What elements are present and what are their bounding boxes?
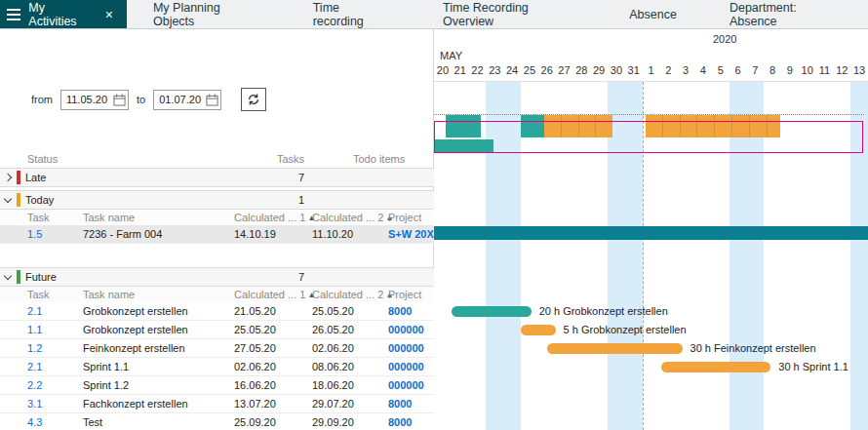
project-link[interactable]: 8000 [388,302,412,321]
gantt-task-bar-1[interactable] [521,325,556,335]
gantt-body[interactable]: 20 h Grobkonzept erstellen5 h Grobkonzep… [434,82,868,430]
refresh-button[interactable] [241,88,266,111]
group-task-count: 7 [234,169,304,186]
tab-absence[interactable]: Absence [603,0,703,28]
project-link[interactable]: 8000 [388,413,412,430]
column-header-calculated-1[interactable]: Calculated ... 1▲ [234,287,315,303]
gantt-bar-7236-farm-004[interactable] [434,226,868,240]
calculated-date-2: 08.06.20 [312,358,354,376]
task-name: Grobkonzept erstellen [83,321,188,339]
column-header-row: TaskTask nameCalculated ... 1▲Calculated… [0,210,434,225]
day-label: 12 [833,64,850,76]
day-label: 23 [486,64,503,76]
tab-department-absence[interactable]: Department: Absence [703,0,868,28]
gantt-task-bar-2[interactable] [547,343,683,354]
to-label: to [137,94,145,105]
project-link[interactable]: 8000 [388,395,412,413]
task-name: Feinkonzept erstellen [83,339,185,358]
day-label: 29 [590,64,608,76]
group-name: Today [25,191,54,209]
gantt-month-label: MAY [440,50,462,61]
task-list-panel: from to [0,29,434,430]
task-table: Late7Today1TaskTask nameCalculated ... 1… [0,168,434,430]
day-label: 24 [503,64,521,76]
table-row[interactable]: 1.1Grobkonzept erstellen25.05.2026.05.20… [0,321,434,339]
tab-time-recording-overview[interactable]: Time Recording Overview [416,0,603,28]
calculated-date-1: 21.05.20 [234,302,276,321]
task-name: Grobkonzept erstellen [83,302,188,321]
gantt-task-bar-3[interactable] [661,362,770,372]
gantt-chart: 2020 MAY 2021222324252627282930311234567… [434,29,868,430]
table-row[interactable]: 2.1Sprint 1.102.06.2008.06.20000000 [0,358,434,376]
table-header-row: Status Tasks Todo items [0,151,434,168]
task-id-link[interactable]: 2.1 [27,302,42,321]
tab-my-activities[interactable]: My Activities × [26,0,127,28]
project-link[interactable]: 000000 [388,321,424,339]
column-header-task[interactable]: Task [27,287,50,302]
group-task-count: 7 [234,268,304,286]
table-row[interactable]: 2.1Grobkonzept erstellen21.05.2025.05.20… [0,302,434,321]
day-label: 13 [850,64,868,76]
table-row[interactable]: 1.2Feinkonzept erstellen27.05.2002.06.20… [0,339,434,358]
hamburger-menu-button[interactable] [0,0,26,28]
from-label: from [31,94,53,105]
calculated-date-2: 11.10.20 [312,225,353,244]
task-id-link[interactable]: 2.1 [27,358,42,376]
task-id-link[interactable]: 1.1 [27,321,42,339]
gantt-bar-label: 30 h Sprint 1.1 [778,362,848,372]
project-link[interactable]: 000000 [388,339,424,358]
collapse-icon[interactable] [4,195,12,203]
gantt-task-bar-0[interactable] [452,306,532,317]
column-header-project[interactable]: Project [388,287,421,302]
inactive-tabs: My Planning ObjectsTime recordingTime Re… [127,0,868,28]
gantt-timeline-header: 2020 MAY 2021222324252627282930311234567… [434,29,868,82]
from-date-input[interactable] [60,90,129,110]
tab-time-recording[interactable]: Time recording [287,0,416,28]
to-date-input[interactable] [153,90,221,110]
day-label: 7 [746,64,764,76]
tab-bar: My Activities × My Planning ObjectsTime … [0,0,868,29]
task-id-link[interactable]: 1.2 [27,339,42,358]
task-id-link[interactable]: 1.5 [27,225,42,244]
day-label: 5 [712,64,730,76]
gantt-day-row: 2021222324252627282930311234567891011121… [434,64,868,80]
table-row[interactable]: 3.1Fachkonzept erstellen13.07.2029.07.20… [0,395,434,413]
group-name: Late [25,169,46,186]
gantt-year-label: 2020 [713,33,736,45]
table-row[interactable]: 4.3Test25.09.2029.09.208000 [0,413,434,430]
table-row[interactable]: 2.2Sprint 1.216.06.2018.06.20000000 [0,376,434,395]
project-link[interactable]: 000000 [388,376,424,395]
group-task-count: 1 [234,191,304,209]
to-date-field[interactable] [153,90,221,110]
expand-icon[interactable] [4,174,12,181]
project-link[interactable]: S+W 20X [388,225,434,244]
table-row[interactable]: 1.57236 - Farm 00414.10.1911.10.20S+W 20… [0,225,434,244]
day-label: 10 [799,64,816,76]
group-row-today[interactable]: Today1 [0,190,434,210]
group-name: Future [25,268,57,286]
collapse-icon[interactable] [4,272,12,280]
task-id-link[interactable]: 2.2 [27,376,42,395]
from-date-field[interactable] [60,90,129,110]
column-header-calculated-1[interactable]: Calculated ... 1▲ [234,210,315,226]
column-header-task-name[interactable]: Task name [83,287,135,302]
column-header-task[interactable]: Task [27,210,50,225]
column-header-project[interactable]: Project [388,210,421,225]
tab-my-planning-objects[interactable]: My Planning Objects [127,0,287,28]
group-row-late[interactable]: Late7 [0,168,434,187]
day-label: 31 [625,64,643,76]
calculated-date-2: 25.05.20 [312,302,354,321]
day-label: 11 [816,64,834,76]
refresh-icon [247,93,260,106]
project-link[interactable]: 000000 [388,358,424,376]
task-id-link[interactable]: 4.3 [27,413,42,430]
day-label: 4 [694,64,712,76]
task-name: 7236 - Farm 004 [83,225,162,244]
task-id-link[interactable]: 3.1 [27,395,42,413]
gantt-bar-label: 5 h Grobkonzept erstellen [564,325,687,335]
column-header-calculated-2[interactable]: Calculated ... 2▲ [312,287,393,303]
column-header-calculated-2[interactable]: Calculated ... 2▲ [312,210,393,226]
close-icon[interactable]: × [103,8,115,21]
group-row-future[interactable]: Future7 [0,267,434,287]
column-header-task-name[interactable]: Task name [83,210,135,225]
